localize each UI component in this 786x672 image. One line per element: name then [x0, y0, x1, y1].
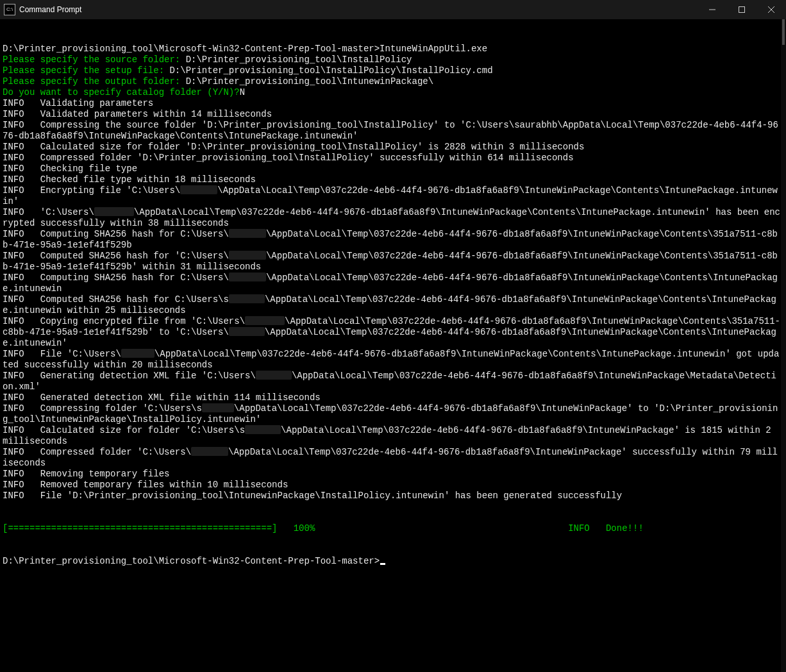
window-title: Command Prompt	[19, 5, 81, 14]
cursor	[380, 563, 385, 565]
cmd-icon: C:\	[4, 4, 15, 15]
redacted-user	[229, 294, 265, 303]
minimize-icon	[709, 6, 715, 13]
client-area: D:\Printer_provisioning_tool\Microsoft-W…	[0, 19, 786, 672]
command-prompt-window: C:\ Command Prompt D:\Printer_provisioni…	[0, 0, 786, 672]
redacted-user	[94, 207, 134, 216]
redacted-user	[191, 447, 228, 456]
redacted-user	[121, 349, 155, 358]
redacted-user	[229, 327, 265, 336]
redacted-user	[229, 251, 266, 260]
redacted-user	[180, 185, 217, 194]
minimize-button[interactable]	[698, 0, 727, 19]
progress-bar: [=======================================…	[3, 523, 315, 533]
progress-info: INFO	[568, 523, 590, 533]
prompt-line: D:\Printer_provisioning_tool\Microsoft-W…	[3, 44, 780, 566]
redacted-user	[202, 403, 234, 412]
redacted-user	[245, 425, 281, 434]
maximize-icon	[739, 6, 745, 13]
redacted-user	[229, 229, 266, 238]
final-prompt: D:\Printer_provisioning_tool\Microsoft-W…	[3, 556, 380, 566]
maximize-button[interactable]	[727, 0, 757, 19]
progress-done: Done!!!	[590, 523, 644, 533]
scrollbar-thumb[interactable]	[782, 19, 785, 45]
close-button[interactable]	[757, 0, 786, 19]
redacted-user	[256, 371, 292, 380]
titlebar[interactable]: C:\ Command Prompt	[0, 0, 786, 19]
redacted-user	[229, 273, 266, 281]
close-icon	[768, 6, 774, 13]
svg-rect-1	[739, 7, 745, 13]
terminal-output[interactable]: D:\Printer_provisioning_tool\Microsoft-W…	[0, 19, 781, 672]
redacted-user	[245, 316, 285, 325]
vertical-scrollbar[interactable]	[781, 19, 786, 672]
